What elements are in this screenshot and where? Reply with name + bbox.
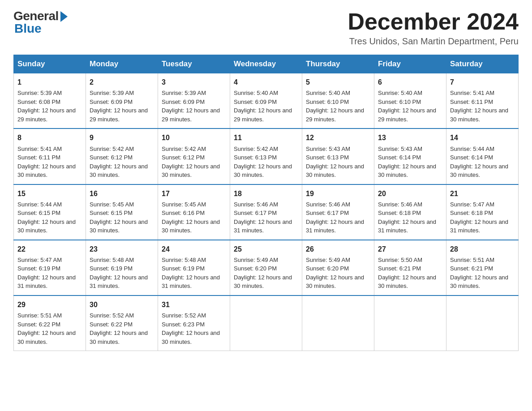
day-number: 9	[90, 133, 154, 143]
calendar-day-cell	[374, 295, 446, 351]
page-header: General Blue December 2024 Tres Unidos, …	[13, 9, 519, 47]
calendar-day-cell: 12Sunrise: 5:43 AMSunset: 6:13 PMDayligh…	[302, 128, 374, 184]
calendar-day-cell: 28Sunrise: 5:51 AMSunset: 6:21 PMDayligh…	[446, 240, 519, 295]
day-info: Sunrise: 5:51 AMSunset: 6:22 PMDaylight:…	[17, 311, 82, 346]
day-info: Sunrise: 5:39 AMSunset: 6:09 PMDaylight:…	[90, 89, 154, 124]
header-sunday: Sunday	[14, 55, 86, 73]
day-number: 5	[306, 77, 370, 87]
header-saturday: Saturday	[446, 55, 519, 73]
calendar-day-cell: 24Sunrise: 5:48 AMSunset: 6:19 PMDayligh…	[158, 240, 230, 295]
calendar-day-cell: 9Sunrise: 5:42 AMSunset: 6:12 PMDaylight…	[86, 128, 158, 184]
day-number: 18	[234, 188, 298, 199]
day-info: Sunrise: 5:42 AMSunset: 6:12 PMDaylight:…	[162, 145, 226, 180]
header-tuesday: Tuesday	[158, 55, 230, 73]
calendar-day-cell: 30Sunrise: 5:52 AMSunset: 6:22 PMDayligh…	[86, 295, 158, 351]
calendar-day-cell: 1Sunrise: 5:39 AMSunset: 6:08 PMDaylight…	[14, 73, 86, 129]
day-info: Sunrise: 5:40 AMSunset: 6:10 PMDaylight:…	[378, 89, 442, 124]
header-wednesday: Wednesday	[230, 55, 302, 73]
calendar-day-cell: 22Sunrise: 5:47 AMSunset: 6:19 PMDayligh…	[14, 240, 86, 295]
day-number: 4	[234, 77, 298, 87]
calendar-day-cell: 2Sunrise: 5:39 AMSunset: 6:09 PMDaylight…	[86, 73, 158, 129]
calendar-day-cell: 18Sunrise: 5:46 AMSunset: 6:17 PMDayligh…	[230, 184, 302, 240]
header-friday: Friday	[374, 55, 446, 73]
day-info: Sunrise: 5:42 AMSunset: 6:13 PMDaylight:…	[234, 145, 298, 180]
day-number: 14	[450, 133, 515, 143]
day-info: Sunrise: 5:49 AMSunset: 6:20 PMDaylight:…	[306, 256, 370, 291]
day-number: 28	[450, 244, 515, 254]
calendar-day-cell: 11Sunrise: 5:42 AMSunset: 6:13 PMDayligh…	[230, 128, 302, 184]
calendar-week-row: 15Sunrise: 5:44 AMSunset: 6:15 PMDayligh…	[14, 184, 519, 240]
day-number: 27	[378, 244, 442, 254]
calendar-day-cell: 27Sunrise: 5:50 AMSunset: 6:21 PMDayligh…	[374, 240, 446, 295]
day-number: 15	[17, 188, 82, 199]
day-info: Sunrise: 5:46 AMSunset: 6:18 PMDaylight:…	[378, 200, 442, 235]
day-number: 11	[234, 133, 298, 143]
calendar-week-row: 22Sunrise: 5:47 AMSunset: 6:19 PMDayligh…	[14, 240, 519, 295]
day-info: Sunrise: 5:47 AMSunset: 6:18 PMDaylight:…	[450, 200, 515, 235]
day-number: 24	[162, 244, 226, 254]
day-number: 1	[17, 77, 82, 87]
day-info: Sunrise: 5:40 AMSunset: 6:10 PMDaylight:…	[306, 89, 370, 124]
day-number: 29	[17, 300, 82, 310]
day-info: Sunrise: 5:51 AMSunset: 6:21 PMDaylight:…	[450, 256, 515, 291]
day-info: Sunrise: 5:48 AMSunset: 6:19 PMDaylight:…	[162, 256, 226, 291]
month-year-title: December 2024	[348, 9, 519, 34]
calendar-day-cell: 25Sunrise: 5:49 AMSunset: 6:20 PMDayligh…	[230, 240, 302, 295]
day-number: 8	[17, 133, 82, 143]
calendar-day-cell: 3Sunrise: 5:39 AMSunset: 6:09 PMDaylight…	[158, 73, 230, 129]
day-number: 16	[90, 188, 154, 199]
calendar-day-cell: 10Sunrise: 5:42 AMSunset: 6:12 PMDayligh…	[158, 128, 230, 184]
calendar-day-cell: 19Sunrise: 5:46 AMSunset: 6:17 PMDayligh…	[302, 184, 374, 240]
calendar-day-cell: 17Sunrise: 5:45 AMSunset: 6:16 PMDayligh…	[158, 184, 230, 240]
day-number: 26	[306, 244, 370, 254]
day-info: Sunrise: 5:40 AMSunset: 6:09 PMDaylight:…	[234, 89, 298, 124]
calendar-week-row: 1Sunrise: 5:39 AMSunset: 6:08 PMDaylight…	[14, 73, 519, 129]
day-info: Sunrise: 5:49 AMSunset: 6:20 PMDaylight:…	[234, 256, 298, 291]
day-number: 22	[17, 244, 82, 254]
calendar-day-cell: 6Sunrise: 5:40 AMSunset: 6:10 PMDaylight…	[374, 73, 446, 129]
calendar-day-cell: 13Sunrise: 5:43 AMSunset: 6:14 PMDayligh…	[374, 128, 446, 184]
logo-blue-text: Blue	[14, 21, 42, 36]
day-number: 19	[306, 188, 370, 199]
calendar-day-cell: 21Sunrise: 5:47 AMSunset: 6:18 PMDayligh…	[446, 184, 519, 240]
day-info: Sunrise: 5:52 AMSunset: 6:22 PMDaylight:…	[90, 311, 154, 346]
day-info: Sunrise: 5:41 AMSunset: 6:11 PMDaylight:…	[17, 145, 82, 180]
day-number: 12	[306, 133, 370, 143]
header-monday: Monday	[86, 55, 158, 73]
header-thursday: Thursday	[302, 55, 374, 73]
calendar-day-cell: 5Sunrise: 5:40 AMSunset: 6:10 PMDaylight…	[302, 73, 374, 129]
calendar-table: Sunday Monday Tuesday Wednesday Thursday…	[13, 55, 519, 351]
calendar-day-cell: 14Sunrise: 5:44 AMSunset: 6:14 PMDayligh…	[446, 128, 519, 184]
calendar-day-cell: 15Sunrise: 5:44 AMSunset: 6:15 PMDayligh…	[14, 184, 86, 240]
calendar-day-cell: 8Sunrise: 5:41 AMSunset: 6:11 PMDaylight…	[14, 128, 86, 184]
day-number: 30	[90, 300, 154, 310]
calendar-day-cell	[446, 295, 519, 351]
calendar-day-cell: 16Sunrise: 5:45 AMSunset: 6:15 PMDayligh…	[86, 184, 158, 240]
weekday-header-row: Sunday Monday Tuesday Wednesday Thursday…	[14, 55, 519, 73]
day-info: Sunrise: 5:42 AMSunset: 6:12 PMDaylight:…	[90, 145, 154, 180]
day-info: Sunrise: 5:48 AMSunset: 6:19 PMDaylight:…	[90, 256, 154, 291]
day-number: 21	[450, 188, 515, 199]
day-info: Sunrise: 5:46 AMSunset: 6:17 PMDaylight:…	[234, 200, 298, 235]
day-number: 20	[378, 188, 442, 199]
day-info: Sunrise: 5:47 AMSunset: 6:19 PMDaylight:…	[17, 256, 82, 291]
day-info: Sunrise: 5:45 AMSunset: 6:15 PMDaylight:…	[90, 200, 154, 235]
day-info: Sunrise: 5:41 AMSunset: 6:11 PMDaylight:…	[450, 89, 515, 124]
day-number: 23	[90, 244, 154, 254]
day-number: 3	[162, 77, 226, 87]
calendar-week-row: 29Sunrise: 5:51 AMSunset: 6:22 PMDayligh…	[14, 295, 519, 351]
calendar-day-cell	[302, 295, 374, 351]
day-number: 31	[162, 300, 226, 310]
day-info: Sunrise: 5:45 AMSunset: 6:16 PMDaylight:…	[162, 200, 226, 235]
day-number: 25	[234, 244, 298, 254]
location-subtitle: Tres Unidos, San Martin Department, Peru	[348, 36, 519, 47]
calendar-day-cell: 4Sunrise: 5:40 AMSunset: 6:09 PMDaylight…	[230, 73, 302, 129]
day-number: 10	[162, 133, 226, 143]
day-info: Sunrise: 5:39 AMSunset: 6:09 PMDaylight:…	[162, 89, 226, 124]
day-info: Sunrise: 5:44 AMSunset: 6:15 PMDaylight:…	[17, 200, 82, 235]
day-info: Sunrise: 5:44 AMSunset: 6:14 PMDaylight:…	[450, 145, 515, 180]
day-number: 17	[162, 188, 226, 199]
calendar-day-cell	[230, 295, 302, 351]
day-info: Sunrise: 5:43 AMSunset: 6:14 PMDaylight:…	[378, 145, 442, 180]
calendar-day-cell: 23Sunrise: 5:48 AMSunset: 6:19 PMDayligh…	[86, 240, 158, 295]
